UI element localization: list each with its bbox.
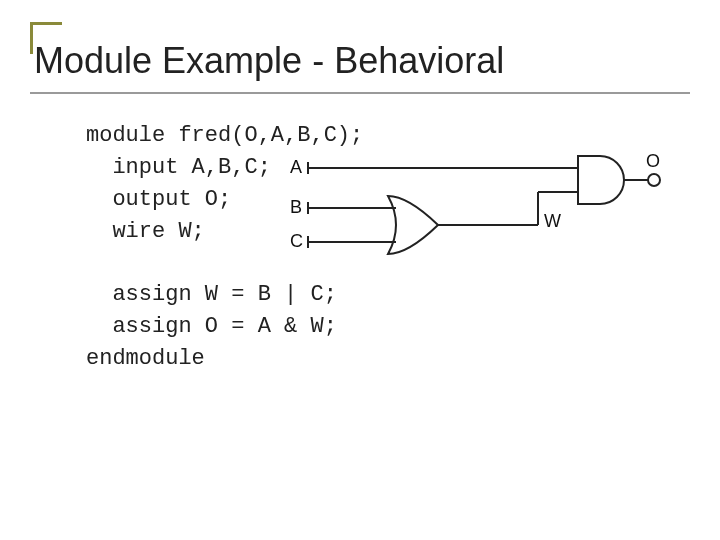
slide: Module Example - Behavioral module fred(… bbox=[0, 0, 720, 540]
page-title: Module Example - Behavioral bbox=[34, 40, 504, 82]
code-line: wire W; bbox=[86, 219, 205, 244]
code-line: input A,B,C; bbox=[86, 155, 271, 180]
code-line: endmodule bbox=[86, 346, 205, 371]
diagram-svg bbox=[288, 152, 668, 282]
code-line: assign O = A & W; bbox=[86, 314, 337, 339]
svg-point-13 bbox=[648, 174, 660, 186]
diagram-label-b: B bbox=[290, 198, 302, 216]
code-line: module fred(O,A,B,C); bbox=[86, 123, 363, 148]
logic-diagram: A B C W O bbox=[288, 152, 668, 282]
diagram-label-o: O bbox=[646, 152, 660, 170]
title-rule bbox=[30, 92, 690, 94]
diagram-label-w: W bbox=[544, 212, 561, 230]
code-line: assign W = B | C; bbox=[86, 282, 337, 307]
diagram-label-a: A bbox=[290, 158, 302, 176]
code-line: output O; bbox=[86, 187, 231, 212]
diagram-label-c: C bbox=[290, 232, 303, 250]
